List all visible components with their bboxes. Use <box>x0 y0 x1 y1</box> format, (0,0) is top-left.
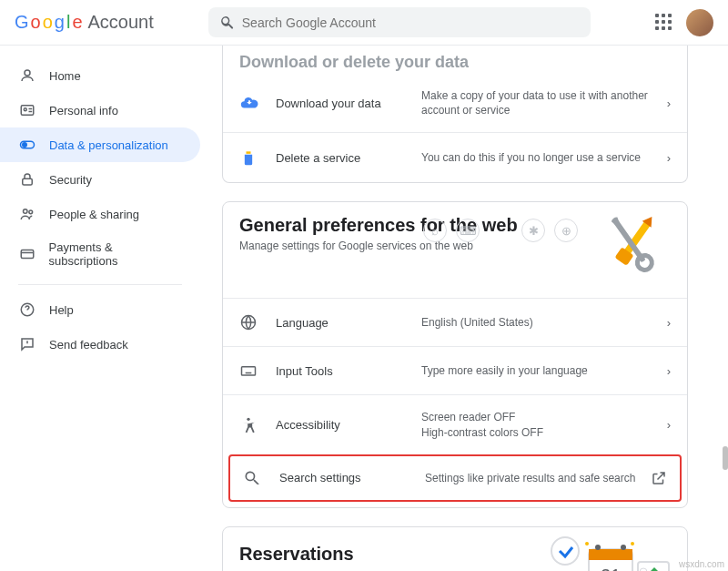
circle-search-icon: ⌕ <box>423 219 447 242</box>
search-input[interactable] <box>242 15 580 30</box>
chevron-right-icon: › <box>667 316 671 330</box>
tools-illustration <box>592 209 674 280</box>
header-actions <box>655 9 713 36</box>
svg-point-4 <box>23 143 27 148</box>
svg-point-24 <box>585 542 589 546</box>
card-icon <box>18 246 36 262</box>
id-card-icon <box>18 102 36 118</box>
sidebar-item-help[interactable]: Help <box>0 292 200 327</box>
sidebar: Home Personal info Data & personalizatio… <box>0 46 200 571</box>
circle-keyboard-icon: ⌨ <box>456 219 480 242</box>
svg-rect-5 <box>23 178 33 185</box>
svg-point-6 <box>24 209 28 214</box>
row-accessibility[interactable]: Accessibility Screen reader OFF High-con… <box>223 394 687 454</box>
trash-icon <box>239 148 261 168</box>
sidebar-divider <box>18 284 182 285</box>
svg-rect-8 <box>21 250 34 259</box>
home-icon <box>18 67 36 84</box>
row-search-settings[interactable]: Search settings Settings like private re… <box>230 456 680 500</box>
chevron-right-icon: › <box>667 364 671 378</box>
svg-point-17 <box>247 417 249 420</box>
row-input-tools[interactable]: Input Tools Type more easily in your lan… <box>223 346 687 394</box>
user-avatar[interactable] <box>686 9 713 36</box>
svg-text:31: 31 <box>601 566 621 571</box>
toggle-icon <box>18 137 36 153</box>
svg-point-18 <box>551 537 579 565</box>
external-link-icon <box>651 470 667 486</box>
svg-point-22 <box>621 545 626 550</box>
svg-point-2 <box>24 108 26 111</box>
circle-accessibility-icon: ✱ <box>521 219 545 242</box>
sidebar-item-security[interactable]: Security <box>0 162 200 197</box>
accessibility-icon <box>239 416 261 434</box>
cloud-download-icon <box>239 93 261 113</box>
watermark: wsxdn.com <box>679 559 724 569</box>
svg-rect-16 <box>242 367 256 375</box>
help-icon <box>18 301 36 318</box>
svg-rect-1 <box>21 106 34 116</box>
svg-point-21 <box>595 545 601 550</box>
row-language[interactable]: Language English (United States) › <box>223 298 687 346</box>
download-delete-card: Download or delete your data Download yo… <box>222 46 688 183</box>
search-settings-highlight: Search settings Settings like private re… <box>228 454 682 502</box>
chevron-right-icon: › <box>667 151 671 165</box>
card-title: Download or delete your data <box>223 46 687 74</box>
sidebar-item-home[interactable]: Home <box>0 58 200 93</box>
sidebar-item-data-personalization[interactable]: Data & personalization <box>0 127 200 162</box>
svg-point-7 <box>29 210 33 214</box>
chevron-right-icon: › <box>667 97 671 110</box>
chevron-right-icon: › <box>667 418 671 432</box>
google-logo: Google Account <box>15 12 154 33</box>
svg-point-25 <box>631 542 634 546</box>
circle-globe-icon: ⊕ <box>554 219 578 242</box>
sidebar-item-feedback[interactable]: Send feedback <box>0 327 200 362</box>
svg-rect-20 <box>589 549 632 560</box>
feedback-icon <box>18 336 36 352</box>
scrollbar-thumb[interactable] <box>723 446 728 470</box>
sidebar-item-people-sharing[interactable]: People & sharing <box>0 197 200 231</box>
app-header: Google Account <box>0 0 728 46</box>
search-bar[interactable] <box>208 7 591 37</box>
sidebar-item-personal-info[interactable]: Personal info <box>0 93 200 127</box>
svg-point-0 <box>25 70 30 76</box>
main-content: Download or delete your data Download yo… <box>200 46 710 571</box>
search-icon <box>219 15 235 30</box>
reservations-illustration: 31 <box>541 531 678 571</box>
globe-icon <box>239 313 261 331</box>
row-download-data[interactable]: Download your data Make a copy of your d… <box>223 74 687 132</box>
account-label: Account <box>88 12 154 33</box>
lock-icon <box>18 171 36 188</box>
keyboard-icon <box>239 362 261 380</box>
sidebar-item-payments[interactable]: Payments & subscriptions <box>0 231 200 277</box>
general-preferences-card: General preferences for the web Manage s… <box>222 201 688 507</box>
row-delete-service[interactable]: Delete a service You can do this if you … <box>223 132 687 182</box>
apps-icon[interactable] <box>655 14 673 32</box>
svg-rect-10 <box>247 152 251 155</box>
reservations-card: Reservations Your past and upcoming rese… <box>222 526 688 571</box>
search-icon <box>243 469 265 487</box>
people-icon <box>18 206 36 222</box>
decorative-circles: ⌕ ⌨ ✱ ⊕ <box>423 219 578 242</box>
